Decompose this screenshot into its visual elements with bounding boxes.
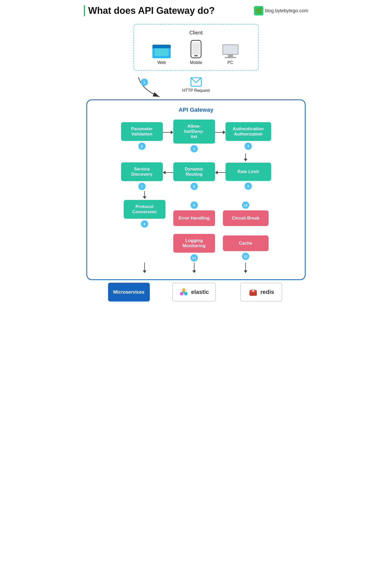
bottom-outputs: Microservices elastic xyxy=(84,283,308,301)
client-item-pc: PC xyxy=(221,44,240,65)
client-box: Client Web Mobile xyxy=(133,24,259,71)
gateway-title: API Gateway xyxy=(93,106,299,113)
gateway-vrow-1 xyxy=(93,153,299,161)
client-item-mobile: Mobile xyxy=(190,40,202,65)
http-request: HTTP Request xyxy=(182,77,210,93)
auth-cell: AuthenticationAuthorization 4 xyxy=(225,122,271,150)
step-1-badge: 1 xyxy=(141,79,148,86)
step-2-badge: 2 xyxy=(138,143,146,150)
redis-cell: redis xyxy=(231,283,292,301)
step-10-badge: 10 xyxy=(242,202,249,209)
gateway-row-2: ServiceDiscovery 7 DynamicRouting 6 Rate… xyxy=(93,162,299,190)
envelope-icon xyxy=(190,77,202,87)
logging-down-arrow xyxy=(173,263,215,273)
web-icon xyxy=(152,45,171,58)
arrow-dr-to-sd xyxy=(163,171,173,174)
mobile-icon xyxy=(191,40,201,58)
step-3-badge: 3 xyxy=(191,145,198,152)
logging-box: LoggingMonitoring xyxy=(173,234,215,253)
param-validation-cell: ParameterValidation 2 xyxy=(121,122,163,150)
rate-limit-box: Rate Limit xyxy=(225,163,271,181)
arrow-pv-to-ad xyxy=(163,131,173,134)
step-6-badge: 6 xyxy=(191,183,198,190)
web-label: Web xyxy=(157,60,166,65)
client-section: Client Web Mobile xyxy=(84,24,308,71)
circuit-break-box: Circuit Break xyxy=(223,210,269,226)
step-11-badge: 11 xyxy=(191,254,198,262)
param-validation-box: ParameterValidation xyxy=(121,122,163,141)
pc-label: PC xyxy=(227,60,233,65)
mobile-label: Mobile xyxy=(190,60,202,65)
gateway-vrow-3 xyxy=(93,263,299,273)
gateway-row-3: ProtocolConversion 8 9 Error Handling 10… xyxy=(93,200,299,228)
client-item-web: Web xyxy=(152,45,171,65)
elastic-box: elastic xyxy=(172,283,216,301)
cache-box: Cache xyxy=(223,235,269,251)
client-label: Client xyxy=(147,30,245,36)
pc-icon xyxy=(221,44,240,58)
allow-deny-box: Allow-list/Deny-list xyxy=(173,120,215,144)
http-section: 1 HTTP Request xyxy=(84,76,308,99)
api-gateway-box: API Gateway ParameterValidation 2 Allow-… xyxy=(86,99,306,280)
brand-label: blog.bytebytego.com xyxy=(265,8,308,14)
service-discovery-cell: ServiceDiscovery 7 xyxy=(121,162,163,190)
step-4-badge: 4 xyxy=(245,143,252,150)
protocol-conversion-box: ProtocolConversion xyxy=(124,200,165,219)
auth-box: AuthenticationAuthorization xyxy=(225,122,271,141)
redis-label: redis xyxy=(260,289,274,295)
protocol-conversion-cell: ProtocolConversion 8 xyxy=(124,200,165,228)
spacer-1 xyxy=(93,229,299,234)
brand-icon: 🌿 xyxy=(254,6,263,15)
microservices-cell: Microservices xyxy=(100,283,158,301)
step-12-badge: 12 xyxy=(242,253,249,260)
dynamic-routing-cell: DynamicRouting 6 xyxy=(173,162,215,190)
arrow-rl-to-dr xyxy=(215,171,225,174)
elastic-label: elastic xyxy=(191,289,209,295)
cache-cell: Cache 12 xyxy=(223,235,269,260)
auth-down-arrow xyxy=(223,153,269,161)
cache-down-arrow xyxy=(223,263,269,273)
svg-text:🌿: 🌿 xyxy=(255,7,262,14)
http-label: HTTP Request xyxy=(182,88,210,93)
page-title: What does API Gateway do? xyxy=(88,5,215,16)
logging-cell: LoggingMonitoring 11 xyxy=(173,234,215,262)
gateway-row-4: LoggingMonitoring 11 Cache 12 xyxy=(93,234,299,262)
elastic-icon xyxy=(179,287,188,297)
step-7-badge: 7 xyxy=(138,183,146,190)
brand: 🌿 blog.bytebytego.com xyxy=(254,6,308,15)
error-handling-cell: 9 Error Handling xyxy=(173,202,215,226)
circuit-break-cell: 10 Circuit Break xyxy=(223,202,269,226)
elastic-cell: elastic xyxy=(165,283,223,301)
redis-icon xyxy=(248,287,258,297)
dynamic-routing-box: DynamicRouting xyxy=(173,162,215,181)
service-discovery-box: ServiceDiscovery xyxy=(121,162,163,181)
microservices-box: Microservices xyxy=(108,283,150,301)
protocol-down-arrow xyxy=(124,263,165,273)
rate-limit-cell: Rate Limit 5 xyxy=(225,163,271,190)
arrow-ad-to-auth xyxy=(215,131,225,134)
svg-point-7 xyxy=(182,291,185,293)
step-9-badge: 9 xyxy=(191,202,198,209)
client-icons: Web Mobile PC xyxy=(147,40,245,65)
allow-deny-cell: Allow-list/Deny-list 3 xyxy=(173,120,215,152)
redis-box: redis xyxy=(240,283,282,301)
sd-down-arrow xyxy=(124,191,165,199)
gateway-row-1: ParameterValidation 2 Allow-list/Deny-li… xyxy=(93,120,299,152)
gateway-vrow-2 xyxy=(93,191,299,199)
step-8-badge: 8 xyxy=(141,220,148,228)
step-5-badge: 5 xyxy=(245,182,252,190)
page-header: What does API Gateway do? 🌿 blog.bytebyt… xyxy=(84,5,308,16)
error-handling-box: Error Handling xyxy=(173,210,215,226)
